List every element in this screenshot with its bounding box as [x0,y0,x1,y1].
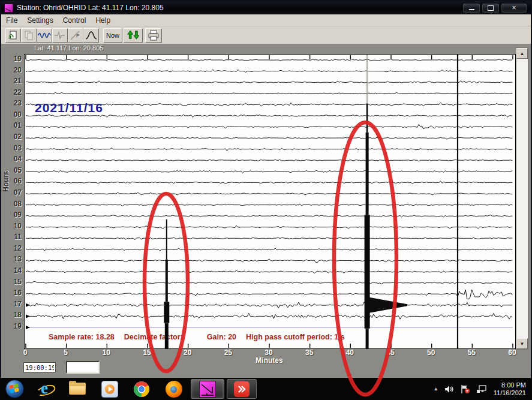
taskbar: e [0,378,532,400]
ramp-p-icon: P [70,29,82,41]
hour-label: 18 [5,311,22,319]
minute-label: 55 [468,348,476,357]
hours-axis: 1920212223000102030405060708091011121314… [1,44,23,356]
aux-input-field[interactable] [66,361,100,374]
minute-label: 15 [143,348,151,357]
minute-label: 5 [64,348,68,357]
now-button[interactable]: Now [103,28,122,43]
hour-label: 09 [5,210,22,219]
action-center-tray-button[interactable] [460,384,470,394]
print-button[interactable] [145,28,162,43]
windows-start-icon [5,380,24,398]
hour-label: 08 [5,200,22,208]
minute-label: 40 [346,348,354,357]
file-explorer-button[interactable] [68,380,88,398]
main-content: Lat: 41.117 Lon: 20.805 1920212223000102… [1,44,531,378]
filter-icon [54,30,66,41]
toolbar: P Now [1,26,531,44]
hour-label: 03 [5,144,22,152]
scrollbar-down-button[interactable]: ▼ [516,338,528,349]
open-waveform-button[interactable] [5,28,21,43]
waveform-view-button[interactable] [37,28,52,43]
desktop-screen: Station: Ohrid/OHRID Lat: 41.117 Lon: 20… [0,0,532,400]
app-icon [4,4,13,13]
hour-label: 20 [5,66,22,74]
minute-label: 50 [427,348,435,357]
filter-button-disabled[interactable] [52,28,68,43]
seismograph-app-icon [199,381,216,398]
network-tray-button[interactable] [476,384,487,394]
taskbar-clock[interactable]: 8:00 PM 11/16/2021 [494,381,526,397]
copy-icon [23,30,34,41]
hour-label: 11 [5,233,22,241]
hour-label: 22 [5,88,22,97]
plot-header-coordinates: Lat: 41.117 Lon: 20.805 [34,44,103,52]
flag-alert-icon [460,384,470,394]
scrollbar-up-button[interactable]: ▲ [516,48,528,59]
start-button[interactable] [5,380,24,398]
speaker-icon [444,384,454,394]
time-readout-field[interactable] [23,362,56,372]
minute-label: 25 [224,348,232,357]
firefox-icon [166,381,182,398]
minute-label: 35 [305,348,313,357]
svg-text:P: P [76,33,80,38]
copy-button-disabled[interactable] [21,28,37,43]
maximize-button[interactable] [482,3,500,13]
maximize-icon [488,5,494,11]
hours-axis-title: Hours [2,171,10,192]
hour-label: 17 [5,300,22,308]
helicorder-plot[interactable]: Sample rate: 18.28Decimate factor:Gain: … [24,54,516,349]
minimize-icon [469,9,474,10]
down-arrow-icon: ▼ [520,341,525,347]
menu-file[interactable]: File [1,15,22,26]
hour-label: 15 [5,278,22,286]
volume-tray-button[interactable] [444,384,454,394]
hour-label: 14 [5,266,22,275]
minute-label: 0 [23,348,28,357]
menu-control[interactable]: Control [58,15,91,26]
menu-settings[interactable]: Settings [22,15,58,26]
internet-explorer-button[interactable]: e [36,380,55,398]
close-button[interactable]: × [501,3,527,13]
bell-curve-icon [85,30,97,41]
chrome-icon [133,381,150,398]
date-annotation: 2021/11/16 [35,101,103,115]
title-bar[interactable]: Station: Ohrid/OHRID Lat: 41.117 Lon: 20… [1,1,531,14]
media-player-button[interactable] [100,380,119,398]
up-down-arrows-icon [126,30,140,41]
hour-label: 19 [5,322,22,330]
spectrum-button[interactable] [83,28,99,43]
seismograph-app-taskbar-button[interactable] [191,379,224,399]
folder-icon [69,383,87,396]
minute-label: 10 [103,348,110,357]
hour-label: 16 [5,288,22,297]
minimize-button[interactable] [462,3,480,13]
response-curve-button[interactable]: P [68,28,83,43]
vertical-scrollbar[interactable]: ▲ ▼ [516,47,528,350]
scroll-up-down-button[interactable] [124,28,143,43]
hour-label: 10 [5,222,22,230]
hour-label: 13 [5,255,22,263]
remote-desktop-taskbar-button[interactable] [227,379,257,399]
menu-help[interactable]: Help [91,15,115,26]
close-icon: × [512,4,516,11]
seismogram-traces [25,55,515,348]
remote-desktop-icon [234,381,250,397]
window-title: Station: Ohrid/OHRID Lat: 41.117 Lon: 20… [17,4,164,12]
hour-label: 23 [5,99,22,107]
up-arrow-icon: ▲ [520,51,525,56]
printer-icon [148,30,160,41]
show-hidden-icons-button[interactable]: ▲ [434,386,438,392]
network-icon [476,384,487,394]
minute-label: 60 [508,348,516,357]
waveform-icon [38,30,51,41]
hour-label: 04 [5,155,22,163]
minutes-axis-title: Minutes [256,356,282,365]
clock-date: 11/16/2021 [494,389,526,397]
minute-label: 30 [265,348,272,357]
hour-label: 02 [5,133,22,141]
seismograph-app-window: Station: Ohrid/OHRID Lat: 41.117 Lon: 20… [0,0,532,378]
chrome-button[interactable] [132,380,151,398]
firefox-button[interactable] [164,380,184,398]
